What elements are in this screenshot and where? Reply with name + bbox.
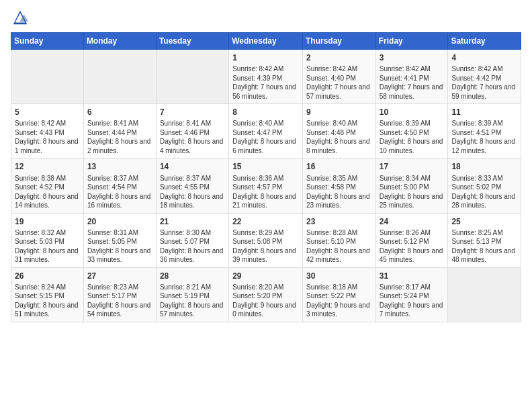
calendar-cell: 22Sunrise: 8:29 AMSunset: 5:08 PMDayligh… <box>229 213 303 267</box>
day-number: 8 <box>232 107 299 118</box>
calendar-cell: 18Sunrise: 8:33 AMSunset: 5:02 PMDayligh… <box>448 158 521 213</box>
day-number: 9 <box>306 107 372 118</box>
calendar-cell: 14Sunrise: 8:37 AMSunset: 4:55 PMDayligh… <box>156 158 228 213</box>
logo-icon <box>11 8 30 27</box>
day-number: 14 <box>160 161 225 172</box>
calendar-cell: 19Sunrise: 8:32 AMSunset: 5:03 PMDayligh… <box>11 213 84 267</box>
calendar-week-5: 26Sunrise: 8:24 AMSunset: 5:15 PMDayligh… <box>11 267 521 322</box>
weekday-header-row: SundayMondayTuesdayWednesdayThursdayFrid… <box>11 33 521 50</box>
day-number: 3 <box>380 52 445 63</box>
calendar-cell: 2Sunrise: 8:42 AMSunset: 4:40 PMDaylight… <box>302 50 375 104</box>
calendar-cell: 3Sunrise: 8:42 AMSunset: 4:41 PMDaylight… <box>375 50 448 104</box>
calendar-cell: 11Sunrise: 8:39 AMSunset: 4:51 PMDayligh… <box>448 104 521 158</box>
day-number: 20 <box>87 216 152 227</box>
day-number: 17 <box>380 161 445 172</box>
weekday-friday: Friday <box>375 33 448 50</box>
day-number: 21 <box>160 216 225 227</box>
day-number: 31 <box>380 271 445 281</box>
calendar-week-1: 1Sunrise: 8:42 AMSunset: 4:39 PMDaylight… <box>11 50 521 104</box>
day-number: 15 <box>232 161 299 172</box>
day-number: 23 <box>306 216 372 227</box>
calendar-cell: 20Sunrise: 8:31 AMSunset: 5:05 PMDayligh… <box>83 213 156 267</box>
day-number: 28 <box>160 271 225 281</box>
calendar-cell: 9Sunrise: 8:40 AMSunset: 4:48 PMDaylight… <box>302 104 375 158</box>
calendar-cell: 31Sunrise: 8:17 AMSunset: 5:24 PMDayligh… <box>375 267 448 322</box>
weekday-wednesday: Wednesday <box>229 33 303 50</box>
day-number: 1 <box>232 52 299 63</box>
calendar-cell: 30Sunrise: 8:18 AMSunset: 5:22 PMDayligh… <box>302 267 375 322</box>
weekday-thursday: Thursday <box>302 33 375 50</box>
calendar-week-3: 12Sunrise: 8:38 AMSunset: 4:52 PMDayligh… <box>11 158 521 213</box>
calendar-table: SundayMondayTuesdayWednesdayThursdayFrid… <box>11 32 521 322</box>
calendar-header: SundayMondayTuesdayWednesdayThursdayFrid… <box>11 33 521 50</box>
calendar-cell: 17Sunrise: 8:34 AMSunset: 5:00 PMDayligh… <box>375 158 448 213</box>
day-number: 2 <box>306 52 372 63</box>
calendar-cell: 28Sunrise: 8:21 AMSunset: 5:19 PMDayligh… <box>156 267 228 322</box>
weekday-saturday: Saturday <box>448 33 521 50</box>
calendar-cell <box>448 267 521 322</box>
calendar-cell: 15Sunrise: 8:36 AMSunset: 4:57 PMDayligh… <box>229 158 303 213</box>
day-number: 26 <box>15 271 80 281</box>
calendar-week-2: 5Sunrise: 8:42 AMSunset: 4:43 PMDaylight… <box>11 104 521 158</box>
day-number: 29 <box>232 271 299 281</box>
day-number: 19 <box>15 216 80 227</box>
calendar-cell: 13Sunrise: 8:37 AMSunset: 4:54 PMDayligh… <box>83 158 156 213</box>
weekday-monday: Monday <box>83 33 156 50</box>
day-number: 6 <box>87 107 152 118</box>
calendar-body: 1Sunrise: 8:42 AMSunset: 4:39 PMDaylight… <box>11 50 521 322</box>
calendar-cell: 21Sunrise: 8:30 AMSunset: 5:07 PMDayligh… <box>156 213 228 267</box>
day-number: 30 <box>306 271 372 281</box>
calendar-cell: 24Sunrise: 8:26 AMSunset: 5:12 PMDayligh… <box>375 213 448 267</box>
calendar-cell: 16Sunrise: 8:35 AMSunset: 4:58 PMDayligh… <box>302 158 375 213</box>
calendar-cell: 27Sunrise: 8:23 AMSunset: 5:17 PMDayligh… <box>83 267 156 322</box>
calendar-cell <box>83 50 156 104</box>
day-number: 27 <box>87 271 152 281</box>
day-number: 7 <box>160 107 225 118</box>
calendar-cell <box>156 50 228 104</box>
day-number: 18 <box>451 161 517 172</box>
calendar-cell: 25Sunrise: 8:25 AMSunset: 5:13 PMDayligh… <box>448 213 521 267</box>
day-number: 11 <box>451 107 517 118</box>
day-number: 5 <box>15 107 80 118</box>
weekday-sunday: Sunday <box>11 33 84 50</box>
page-header <box>11 8 521 27</box>
calendar-cell: 6Sunrise: 8:41 AMSunset: 4:44 PMDaylight… <box>83 104 156 158</box>
calendar-cell: 29Sunrise: 8:20 AMSunset: 5:20 PMDayligh… <box>229 267 303 322</box>
weekday-tuesday: Tuesday <box>156 33 228 50</box>
calendar-cell: 23Sunrise: 8:28 AMSunset: 5:10 PMDayligh… <box>302 213 375 267</box>
calendar-cell: 26Sunrise: 8:24 AMSunset: 5:15 PMDayligh… <box>11 267 84 322</box>
day-number: 24 <box>380 216 445 227</box>
day-number: 22 <box>232 216 299 227</box>
calendar-week-4: 19Sunrise: 8:32 AMSunset: 5:03 PMDayligh… <box>11 213 521 267</box>
day-number: 16 <box>306 161 372 172</box>
calendar-cell: 8Sunrise: 8:40 AMSunset: 4:47 PMDaylight… <box>229 104 303 158</box>
calendar-cell: 12Sunrise: 8:38 AMSunset: 4:52 PMDayligh… <box>11 158 84 213</box>
day-number: 4 <box>451 52 517 63</box>
calendar-cell <box>11 50 84 104</box>
calendar-cell: 5Sunrise: 8:42 AMSunset: 4:43 PMDaylight… <box>11 104 84 158</box>
calendar-cell: 1Sunrise: 8:42 AMSunset: 4:39 PMDaylight… <box>229 50 303 104</box>
calendar-cell: 10Sunrise: 8:39 AMSunset: 4:50 PMDayligh… <box>375 104 448 158</box>
day-number: 13 <box>87 161 152 172</box>
calendar-cell: 4Sunrise: 8:42 AMSunset: 4:42 PMDaylight… <box>448 50 521 104</box>
day-number: 10 <box>380 107 445 118</box>
day-number: 25 <box>451 216 517 227</box>
day-number: 12 <box>15 161 80 172</box>
calendar-cell: 7Sunrise: 8:41 AMSunset: 4:46 PMDaylight… <box>156 104 228 158</box>
logo <box>11 8 32 27</box>
